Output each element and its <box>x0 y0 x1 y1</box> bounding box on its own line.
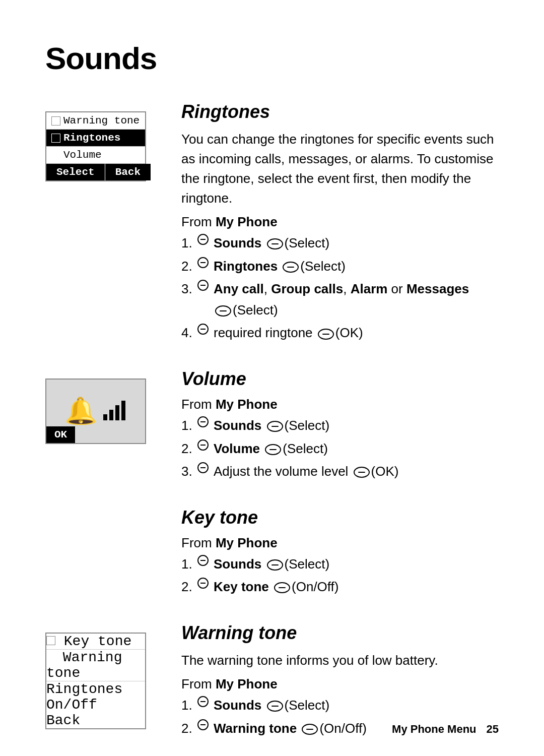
keytone-steps: 1. Sounds (Select) 2. Key tone (On/Off) <box>181 554 499 598</box>
volume-content: Volume From My Phone 1. Sounds (Select) <box>181 368 499 484</box>
warning-tone-label: Warning tone <box>63 115 140 127</box>
select-icon-w1 <box>267 701 283 712</box>
nav-icon-2 <box>197 257 209 268</box>
ringtones-step-4: 4. required ringtone (OK) <box>181 323 499 344</box>
screen-buttons-ringtones: Select Back <box>46 164 145 180</box>
bell-icon: 🔔 <box>64 396 97 426</box>
nav-icon-k1 <box>197 555 209 566</box>
nav-icon-4 <box>197 324 209 335</box>
ringtones-phone-screen: Warning tone Ringtones Volume Select Bac… <box>45 111 146 181</box>
keytone-step-2: 2. Key tone (On/Off) <box>181 577 499 598</box>
select-icon-k1 <box>267 559 283 571</box>
select-icon-v2 <box>265 444 281 455</box>
screen-item-ringtones: Ringtones <box>46 130 145 147</box>
volume-display: 🔔 <box>64 396 127 426</box>
select-button[interactable]: Select <box>46 164 105 180</box>
back-button[interactable]: Back <box>105 164 151 180</box>
volume-label: Volume <box>63 149 102 161</box>
check-icon-warning: ✓ <box>46 653 52 664</box>
select-icon-3 <box>215 305 231 317</box>
page-title: Sounds <box>45 40 499 76</box>
nav-icon-v1 <box>197 416 209 427</box>
volume-phone-screen: 🔔 OK <box>45 379 146 444</box>
ok-icon-4 <box>318 329 334 340</box>
screen-item-volume: Volume <box>46 147 145 164</box>
nav-icon-v3 <box>197 462 209 473</box>
warningtone-description: The warning tone informs you of low batt… <box>181 651 499 670</box>
select-icon-1 <box>267 238 283 249</box>
volume-bars <box>102 397 127 425</box>
volume-steps: 1. Sounds (Select) 2. Volume (Select) <box>181 415 499 482</box>
ringtones-screen-label-w: Ringtones <box>46 681 122 697</box>
ringtones-step-3: 3. Any call, Group calls, Alarm or Messa… <box>181 279 499 321</box>
screen-item-warning-tone-w: ✓ Warning tone <box>46 650 145 681</box>
keytone-section: Key tone From My Phone 1. Sounds (Select… <box>45 507 499 600</box>
keytone-screen-label: Key tone <box>64 634 131 649</box>
ringtones-heading: Ringtones <box>181 101 499 122</box>
nav-icon-3 <box>197 280 209 291</box>
grid-icon-keytone <box>46 636 55 645</box>
keytone-content: Key tone From My Phone 1. Sounds (Select… <box>181 507 499 600</box>
page-container: Sounds Warning tone Ringtones <box>0 0 544 756</box>
page-footer: My Phone Menu 25 <box>392 723 499 736</box>
grid-icon-ringtones <box>51 134 60 143</box>
warning-tone-screen-label: Warning tone <box>46 650 122 681</box>
ringtones-screen-left: Warning tone Ringtones Volume Select Bac… <box>45 101 166 346</box>
keytone-heading: Key tone <box>181 507 499 528</box>
volume-section: 🔔 OK Vol <box>45 368 499 484</box>
volume-bars-svg <box>102 397 127 422</box>
volume-screen-left: 🔔 OK <box>45 368 166 484</box>
warningtone-step-1: 1. Sounds (Select) <box>181 695 499 716</box>
footer-label: My Phone Menu <box>392 723 476 736</box>
volume-heading: Volume <box>181 368 499 390</box>
ringtones-step-1: 1. Sounds (Select) <box>181 233 499 254</box>
nav-icon-w1 <box>197 696 209 707</box>
ringtones-step-2: 2. Ringtones (Select) <box>181 256 499 277</box>
screen-buttons-warning: On/Off Back <box>46 697 145 728</box>
screen-item-keytone: Key tone <box>46 634 145 650</box>
ok-button-volume[interactable]: OK <box>46 426 75 443</box>
volume-step-3: 3. Adjust the volume level (OK) <box>181 461 499 482</box>
nav-icon-k2 <box>197 578 209 589</box>
onoff-icon-w2 <box>302 724 318 735</box>
keytone-screen-left <box>45 507 166 600</box>
svg-rect-1 <box>109 410 113 420</box>
screen-item-warning-tone: Warning tone <box>46 112 145 130</box>
warningtone-screen-left: Key tone ✓ Warning tone Ringtones On/Off… <box>45 622 166 741</box>
ok-icon-v3 <box>354 467 370 478</box>
ringtones-label: Ringtones <box>63 132 120 144</box>
warning-phone-screen: Key tone ✓ Warning tone Ringtones On/Off… <box>45 633 146 729</box>
nav-icon-w2 <box>197 719 209 730</box>
select-icon-2 <box>283 262 299 273</box>
volume-from: From My Phone <box>181 397 499 412</box>
footer-page: 25 <box>487 723 499 736</box>
screen-item-ringtones-w: Ringtones <box>46 681 145 697</box>
nav-icon-1 <box>197 234 209 245</box>
ringtones-content: Ringtones You can change the ringtones f… <box>181 101 499 346</box>
warningtone-from: From My Phone <box>181 676 499 692</box>
volume-step-2: 2. Volume (Select) <box>181 438 499 460</box>
keytone-step-1: 1. Sounds (Select) <box>181 554 499 575</box>
ringtones-steps: 1. Sounds (Select) 2. Ringtones (Select) <box>181 233 499 344</box>
content-area: Warning tone Ringtones Volume Select Bac… <box>45 101 499 756</box>
warningtone-heading: Warning tone <box>181 622 499 644</box>
ringtones-section: Warning tone Ringtones Volume Select Bac… <box>45 101 499 346</box>
svg-rect-0 <box>103 414 107 420</box>
ringtones-from: From My Phone <box>181 214 499 230</box>
svg-rect-2 <box>115 405 119 420</box>
keytone-from: From My Phone <box>181 535 499 551</box>
volume-step-1: 1. Sounds (Select) <box>181 415 499 436</box>
onoff-icon-k2 <box>274 582 290 593</box>
onoff-button-warning[interactable]: On/Off <box>46 697 145 713</box>
grid-icon-warning <box>51 116 60 125</box>
svg-rect-3 <box>121 401 125 420</box>
select-icon-v1 <box>267 421 283 432</box>
nav-icon-v2 <box>197 439 209 451</box>
back-button-warning[interactable]: Back <box>46 713 145 728</box>
ringtones-description: You can change the ringtones for specifi… <box>181 130 499 208</box>
